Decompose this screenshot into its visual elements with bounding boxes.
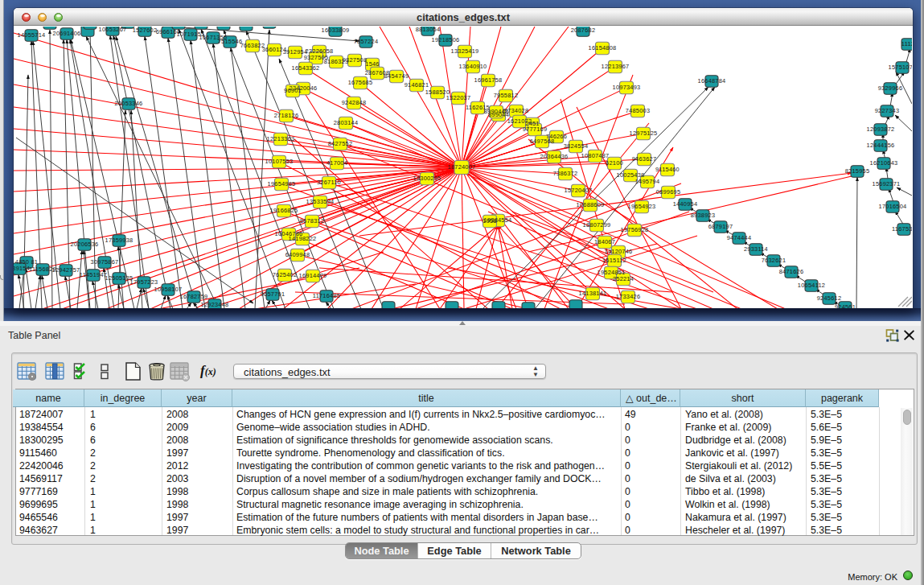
svg-text:18807299: 18807299: [583, 221, 611, 229]
svg-text:16782759: 16782759: [180, 293, 208, 300]
svg-text:1958: 1958: [483, 217, 496, 225]
svg-text:20691406: 20691406: [53, 30, 81, 37]
svg-text:1440954: 1440954: [673, 200, 698, 208]
svg-text:10654112: 10654112: [798, 282, 825, 289]
svg-text:3824554: 3824554: [564, 142, 589, 150]
svg-text:1675685: 1675685: [348, 79, 373, 86]
svg-text:9245612: 9245612: [817, 295, 842, 302]
svg-text:9463627: 9463627: [632, 155, 657, 163]
svg-text:16154808: 16154808: [589, 44, 617, 51]
svg-text:1733426: 1733426: [616, 293, 641, 300]
svg-text:10688609: 10688609: [577, 201, 605, 208]
svg-text:12942757: 12942757: [52, 266, 80, 274]
svg-text:19218506: 19218506: [432, 36, 460, 43]
svg-text:16543362: 16543362: [292, 64, 320, 72]
svg-text:10107553: 10107553: [265, 158, 294, 165]
svg-text:8427552: 8427552: [328, 140, 353, 147]
svg-text:17016504: 17016504: [879, 203, 907, 210]
svg-text:1322037: 1322037: [446, 94, 471, 101]
svg-text:17957223: 17957223: [130, 278, 158, 286]
svg-text:1615112: 1615112: [602, 257, 626, 264]
svg-text:3267110: 3267110: [317, 179, 341, 186]
svg-text:184067: 184067: [594, 238, 615, 245]
svg-text:2087682: 2087682: [571, 27, 596, 34]
svg-text:8454749: 8454749: [384, 72, 409, 80]
svg-text:2933114: 2933114: [744, 245, 768, 253]
svg-text:10653267: 10653267: [99, 27, 127, 33]
svg-text:7515546: 7515546: [218, 38, 243, 45]
svg-text:12923448: 12923448: [201, 301, 229, 308]
svg-text:15692371: 15692371: [873, 180, 901, 187]
svg-text:9242848: 9242848: [342, 99, 367, 106]
svg-text:96901: 96901: [284, 87, 302, 94]
svg-text:12213967: 12213967: [602, 63, 630, 70]
svg-text:8215955: 8215955: [845, 167, 870, 175]
svg-text:6409948: 6409948: [285, 251, 310, 258]
svg-text:439154: 439154: [14, 265, 30, 272]
svg-text:1527602: 1527602: [133, 27, 158, 34]
svg-text:9146821: 9146821: [405, 81, 429, 89]
svg-text:14198222: 14198222: [289, 235, 317, 242]
svg-text:14055714: 14055714: [18, 31, 46, 39]
svg-text:10958107: 10958107: [154, 286, 183, 293]
svg-text:11451947: 11451947: [80, 271, 107, 278]
svg-text:2718126: 2718126: [274, 112, 299, 119]
svg-text:8938923: 8938923: [691, 212, 716, 219]
svg-text:12505135: 12505135: [105, 274, 133, 282]
svg-text:7857224: 7857224: [354, 38, 379, 45]
svg-text:9115460: 9115460: [655, 166, 680, 173]
svg-text:18724007: 18724007: [448, 163, 476, 171]
svg-text:10973493: 10973493: [613, 84, 641, 91]
svg-text:16210643: 16210643: [870, 159, 898, 167]
svg-text:924561: 924561: [835, 303, 856, 308]
svg-text:2803144: 2803144: [334, 119, 359, 126]
svg-text:9327508: 9327508: [343, 56, 368, 64]
svg-text:10807487: 10807487: [581, 152, 610, 159]
svg-text:252214: 252214: [613, 275, 634, 282]
svg-text:13325419: 13325419: [451, 47, 479, 55]
svg-text:7955812: 7955812: [494, 92, 519, 99]
svg-text:9227343: 9227343: [875, 107, 900, 114]
svg-text:7663822: 7663822: [240, 42, 265, 49]
svg-text:20053346: 20053346: [115, 100, 143, 107]
svg-text:15720407: 15720407: [565, 187, 593, 194]
svg-text:1112: 1112: [901, 40, 912, 47]
svg-text:14120746: 14120746: [605, 248, 633, 255]
svg-text:11716485: 11716485: [313, 292, 340, 299]
svg-text:12444156: 12444156: [867, 142, 895, 149]
svg-text:16648784: 16648784: [698, 77, 726, 84]
svg-text:8813054: 8813054: [416, 27, 441, 33]
svg-text:16033809: 16033809: [322, 27, 350, 34]
svg-text:16961758: 16961758: [474, 76, 503, 84]
svg-text:62100: 62100: [606, 159, 623, 167]
svg-text:19166825: 19166825: [270, 207, 298, 214]
svg-text:9777169: 9777169: [523, 126, 548, 133]
svg-text:14138141: 14138141: [579, 290, 607, 297]
svg-text:6879197: 6879197: [708, 223, 733, 230]
svg-text:12093872: 12093872: [867, 126, 895, 133]
svg-text:1546: 1546: [365, 60, 379, 68]
svg-text:19654923: 19654923: [628, 203, 656, 210]
svg-text:20206536: 20206536: [71, 241, 99, 248]
svg-text:7625402: 7625402: [273, 271, 298, 278]
svg-text:9734028: 9734028: [504, 107, 529, 114]
svg-text:16914479: 16914479: [299, 272, 327, 279]
svg-text:17359938: 17359938: [105, 237, 133, 244]
svg-text:19756928: 19756928: [621, 226, 649, 233]
svg-text:13533594: 13533594: [306, 198, 335, 205]
svg-text:9474444: 9474444: [727, 234, 752, 241]
svg-text:7386372: 7386372: [553, 170, 578, 177]
svg-text:1495794: 1495794: [635, 178, 660, 185]
svg-text:8471626: 8471626: [779, 268, 804, 275]
svg-text:18300295: 18300295: [413, 175, 441, 182]
svg-text:13640910: 13640910: [459, 63, 487, 70]
svg-text:0899695: 0899695: [656, 188, 681, 196]
svg-text:7485003: 7485003: [626, 107, 651, 114]
svg-text:8678312: 8678312: [300, 217, 325, 225]
svg-text:12213363: 12213363: [267, 135, 295, 142]
svg-text:9657791: 9657791: [261, 290, 285, 298]
svg-text:30975867: 30975867: [91, 258, 119, 266]
svg-text:19654985: 19654985: [268, 180, 296, 187]
svg-text:12975125: 12975125: [630, 130, 658, 137]
svg-text:20364436: 20364436: [540, 153, 569, 160]
